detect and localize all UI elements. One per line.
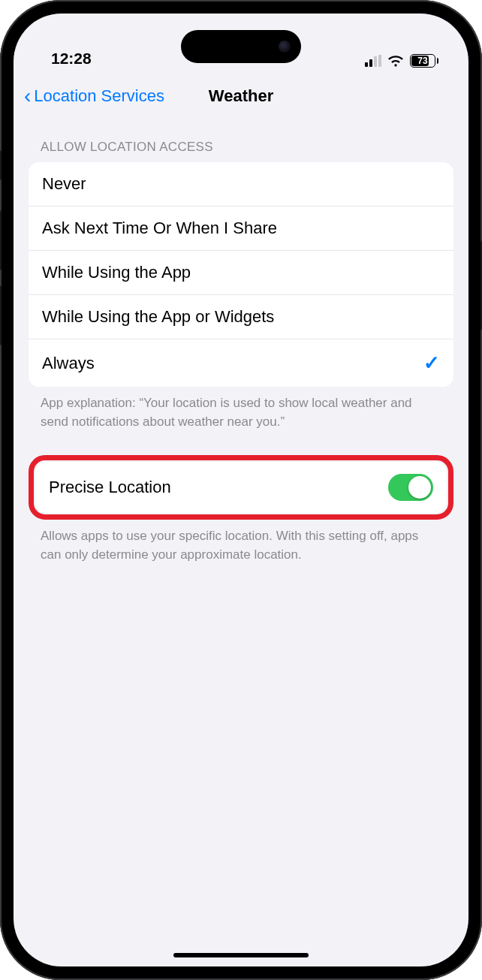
front-camera-icon xyxy=(279,41,291,53)
option-label: While Using the App xyxy=(42,263,191,282)
option-label: Always xyxy=(42,354,95,373)
annotation-highlight: Precise Location xyxy=(29,455,453,520)
option-label: Ask Next Time Or When I Share xyxy=(42,219,277,238)
battery-icon: 73 xyxy=(410,54,438,68)
toggle-knob xyxy=(408,476,431,499)
page-title: Weather xyxy=(209,86,273,106)
silence-switch xyxy=(0,150,2,180)
screen: 12:28 73 ‹ Locatio xyxy=(14,14,468,966)
cellular-signal-icon xyxy=(365,55,381,67)
option-label: While Using the App or Widgets xyxy=(42,307,274,327)
option-always[interactable]: Always ✓ xyxy=(29,339,453,387)
option-ask-next-time[interactable]: Ask Next Time Or When I Share xyxy=(29,207,453,251)
battery-percentage: 73 xyxy=(417,56,427,66)
precise-location-group: Precise Location xyxy=(35,462,447,513)
precise-location-toggle[interactable] xyxy=(388,474,433,501)
option-while-using-widgets[interactable]: While Using the App or Widgets xyxy=(29,295,453,339)
precise-location-row[interactable]: Precise Location xyxy=(35,462,447,513)
precise-location-label: Precise Location xyxy=(49,478,171,497)
back-button[interactable]: ‹ Location Services xyxy=(24,86,164,107)
dynamic-island xyxy=(181,30,301,63)
option-label: Never xyxy=(42,174,86,194)
option-never[interactable]: Never xyxy=(29,162,453,207)
navigation-bar: ‹ Location Services Weather xyxy=(14,72,468,119)
back-label: Location Services xyxy=(34,86,164,106)
section-header-allow-location: Allow Location Access xyxy=(29,119,453,162)
wifi-icon xyxy=(387,55,404,67)
home-indicator[interactable] xyxy=(173,953,309,957)
chevron-left-icon: ‹ xyxy=(24,86,31,107)
volume-up-button xyxy=(0,210,2,270)
location-access-group: Never Ask Next Time Or When I Share Whil… xyxy=(29,162,453,387)
phone-frame: 12:28 73 ‹ Locatio xyxy=(0,0,482,980)
app-explanation-text: App explanation: “Your location is used … xyxy=(29,387,453,431)
checkmark-icon: ✓ xyxy=(423,351,440,375)
option-while-using-app[interactable]: While Using the App xyxy=(29,251,453,295)
precise-location-footer: Allows apps to use your specific locatio… xyxy=(29,520,453,564)
volume-down-button xyxy=(0,285,2,345)
status-time: 12:28 xyxy=(51,50,92,68)
